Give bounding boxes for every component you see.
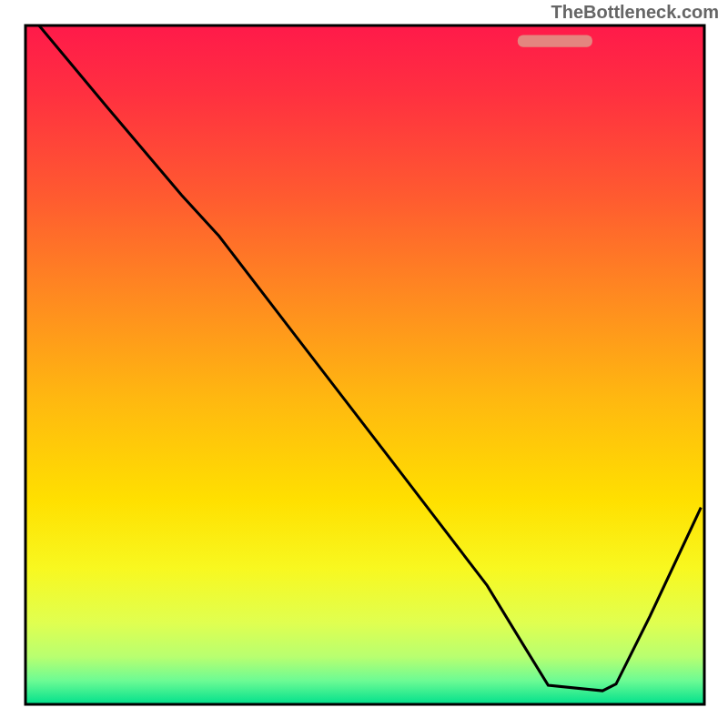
plot-area [25,25,704,704]
watermark-text: TheBottleneck.com [551,2,719,23]
bottleneck-chart [0,0,728,728]
optimal-marker [518,35,592,46]
